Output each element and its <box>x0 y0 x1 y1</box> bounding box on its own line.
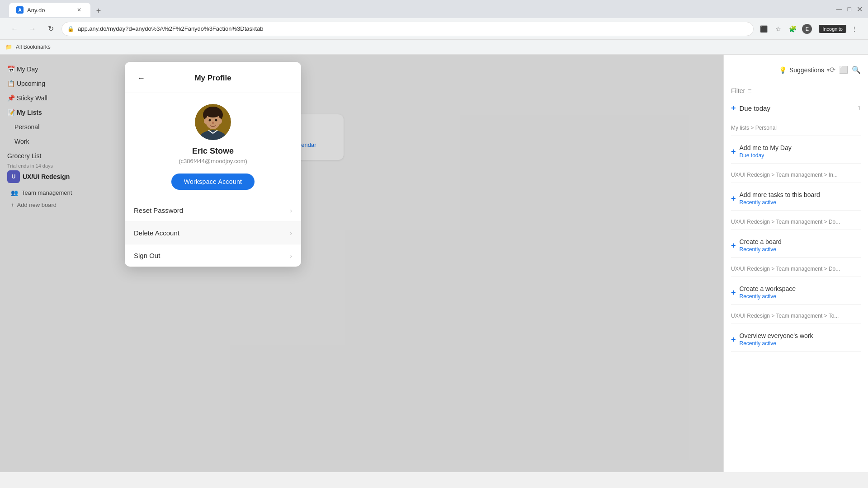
create-board-label: Create a board <box>740 238 782 245</box>
profile-section: Eric Stowe (c386f444@moodjoy.com) Worksp… <box>125 93 301 199</box>
add-board-icon: + <box>11 202 14 208</box>
reset-password-chevron-icon: › <box>290 207 292 214</box>
toolbar-actions: ⬛ ☆ 🧩 E Incognito ⋮ <box>757 23 861 35</box>
create-board-item[interactable]: + Create a board Recently active <box>731 234 861 258</box>
cast-button[interactable]: ⬛ <box>757 23 770 35</box>
sidebar-my-day[interactable]: 📅 My Day <box>0 62 118 76</box>
create-workspace-action: + Create a workspace Recently active <box>731 285 861 300</box>
sign-out-label: Sign Out <box>134 252 160 259</box>
filter-label: Filter <box>731 87 745 94</box>
create-board-icon: + <box>731 241 736 250</box>
workspace-name: U UX/UI Redesign <box>0 170 118 187</box>
maximize-button[interactable]: □ <box>848 5 851 13</box>
lock-icon: 🔒 <box>67 26 74 32</box>
panel-header: 💡 Suggestions ▾ ⟳ ⬜ 🔍 <box>731 62 861 78</box>
layout-icon[interactable]: ⬜ <box>839 66 848 74</box>
incognito-badge: Incognito <box>819 25 846 33</box>
bookmark-button[interactable]: ☆ <box>772 23 784 35</box>
svg-point-5 <box>218 118 222 124</box>
add-more-tasks-label: Add more tasks to this board <box>740 191 820 198</box>
create-workspace-sub: Recently active <box>740 293 796 300</box>
modal-back-button[interactable]: ← <box>134 71 148 85</box>
minimize-button[interactable]: ─ <box>836 5 842 14</box>
close-button[interactable]: ✕ <box>857 5 863 14</box>
lightbulb-icon: 💡 <box>779 66 787 74</box>
refresh-icon[interactable]: ⟳ <box>830 66 835 74</box>
avatar-image <box>195 104 231 140</box>
browser-titlebar: A Any.do ✕ + ─ □ ✕ <box>0 0 868 18</box>
sidebar-personal[interactable]: Personal <box>0 120 118 134</box>
sidebar-upcoming[interactable]: 📋 Upcoming <box>0 76 118 91</box>
suggestions-button[interactable]: 💡 Suggestions ▾ <box>779 66 830 74</box>
menu-button[interactable]: ⋮ <box>848 23 861 35</box>
trial-badge: Trial ends in 14 days <box>0 163 118 169</box>
back-button[interactable]: ← <box>7 22 22 36</box>
panel-ux-item-1: UX/UI Redesign > Team management > In... <box>731 167 861 183</box>
sidebar-work[interactable]: Work <box>0 134 118 149</box>
forward-button[interactable]: → <box>25 22 40 36</box>
sidebar-grocery[interactable]: Grocery List <box>0 149 118 163</box>
add-more-tasks-action: + Add more tasks to this board Recently … <box>731 191 861 206</box>
overview-sub: Recently active <box>740 340 813 347</box>
suggestions-label: Suggestions <box>789 66 824 74</box>
reset-password-item[interactable]: Reset Password › <box>125 199 301 222</box>
filter-icon: ≡ <box>748 87 751 94</box>
delete-account-item[interactable]: Delete Account › <box>125 222 301 244</box>
panel-ux-item-2: UX/UI Redesign > Team management > Do... <box>731 214 861 230</box>
sidebar: 📅 My Day 📋 Upcoming 📌 Sticky Wall 📝 My L… <box>0 55 118 472</box>
workspace-account-button[interactable]: Workspace Account <box>171 174 255 190</box>
overview-item[interactable]: + Overview everyone's work Recently acti… <box>731 328 861 352</box>
search-icon[interactable]: 🔍 <box>852 66 861 74</box>
tab-close-btn[interactable]: ✕ <box>75 6 83 14</box>
sidebar-sticky-wall[interactable]: 📌 Sticky Wall <box>0 91 118 105</box>
profile-menu: Reset Password › Delete Account › Sign O… <box>125 199 301 267</box>
address-bar[interactable]: 🔒 app.any.do/myday?d=anydo%3A%2F%2Fanydo… <box>61 22 754 36</box>
profile-email: (c386f444@moodjoy.com) <box>179 158 247 164</box>
filter-button[interactable]: Filter ≡ <box>731 87 861 94</box>
sidebar-board-team-management[interactable]: 👥 Team management <box>0 187 118 199</box>
sign-out-item[interactable]: Sign Out › <box>125 244 301 267</box>
create-board-action: + Create a board Recently active <box>731 238 861 253</box>
browser-chrome: A Any.do ✕ + ─ □ ✕ ← → ↻ 🔒 app.any.do/my… <box>0 0 868 55</box>
panel-ux-item-4: UX/UI Redesign > Team management > To... <box>731 308 861 324</box>
add-to-my-day-item[interactable]: + Add me to My Day Due today <box>731 140 861 164</box>
svg-point-7 <box>215 119 217 122</box>
bookmarks-bar: 📁 All Bookmarks <box>0 40 868 54</box>
browser-toolbar: ← → ↻ 🔒 app.any.do/myday?d=anydo%3A%2F%2… <box>0 18 868 40</box>
due-today-count: 1 <box>858 105 861 112</box>
add-more-tasks-icon: + <box>731 194 736 203</box>
create-workspace-item[interactable]: + Create a workspace Recently active <box>731 281 861 305</box>
bookmarks-label[interactable]: All Bookmarks <box>16 44 51 50</box>
extensions-button[interactable]: 🧩 <box>786 23 799 35</box>
overview-icon: + <box>731 335 736 344</box>
svg-point-8 <box>212 122 214 124</box>
add-to-my-day-icon: + <box>731 147 736 156</box>
add-more-tasks-sub: Recently active <box>740 199 820 206</box>
reload-button[interactable]: ↻ <box>43 22 58 36</box>
active-tab[interactable]: A Any.do ✕ <box>9 3 90 17</box>
sidebar-my-lists[interactable]: 📝 My Lists <box>0 105 118 120</box>
overview-action: + Overview everyone's work Recently acti… <box>731 332 861 347</box>
avatar <box>195 104 231 140</box>
ux-breadcrumb-2: UX/UI Redesign > Team management > Do... <box>731 219 861 225</box>
svg-point-6 <box>209 119 211 122</box>
new-tab-button[interactable]: + <box>92 5 105 17</box>
right-panel: 💡 Suggestions ▾ ⟳ ⬜ 🔍 Filter ≡ + Due tod… <box>723 55 868 472</box>
plus-icon[interactable]: + <box>731 103 736 113</box>
profile-modal: ← My Profile <box>125 62 301 267</box>
ux-breadcrumb-1: UX/UI Redesign > Team management > In... <box>731 172 861 178</box>
my-lists-personal-meta: My lists > Personal <box>731 125 861 131</box>
address-text: app.any.do/myday?d=anydo%3A%2F%2Fanydo%3… <box>78 25 264 32</box>
modal-header: ← My Profile <box>125 62 301 93</box>
delete-account-chevron-icon: › <box>290 230 292 237</box>
tab-title: Any.do <box>27 7 45 14</box>
svg-point-4 <box>204 118 208 124</box>
ux-breadcrumb-4: UX/UI Redesign > Team management > To... <box>731 313 861 319</box>
profile-button[interactable]: E <box>801 23 813 35</box>
due-today-label: Due today <box>740 104 770 112</box>
create-workspace-icon: + <box>731 288 736 297</box>
due-today-label-container: + Due today <box>731 103 770 113</box>
add-more-tasks-item[interactable]: + Add more tasks to this board Recently … <box>731 187 861 211</box>
add-board-button[interactable]: + Add new board <box>0 199 118 211</box>
create-workspace-label: Create a workspace <box>740 285 796 292</box>
